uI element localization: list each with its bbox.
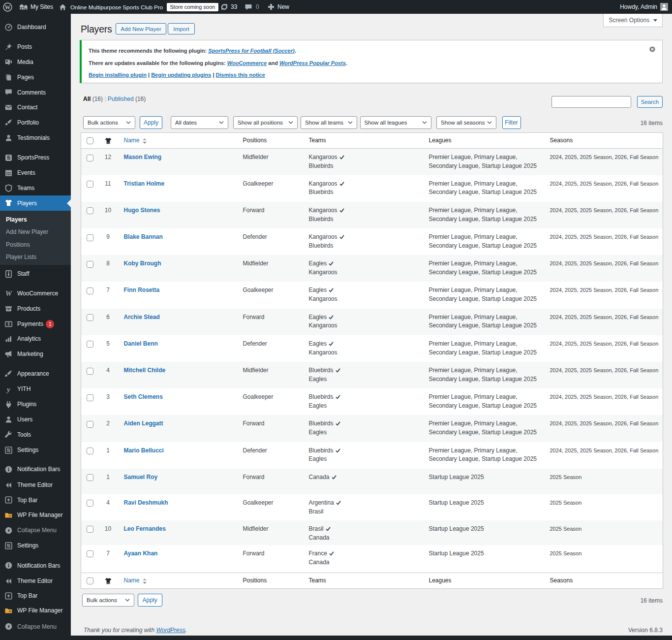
svg-text:W: W bbox=[5, 289, 13, 297]
svg-text:y: y bbox=[6, 385, 10, 393]
svg-text:$: $ bbox=[7, 321, 10, 326]
svg-text:W: W bbox=[5, 4, 11, 10]
svg-text:S: S bbox=[7, 155, 10, 160]
